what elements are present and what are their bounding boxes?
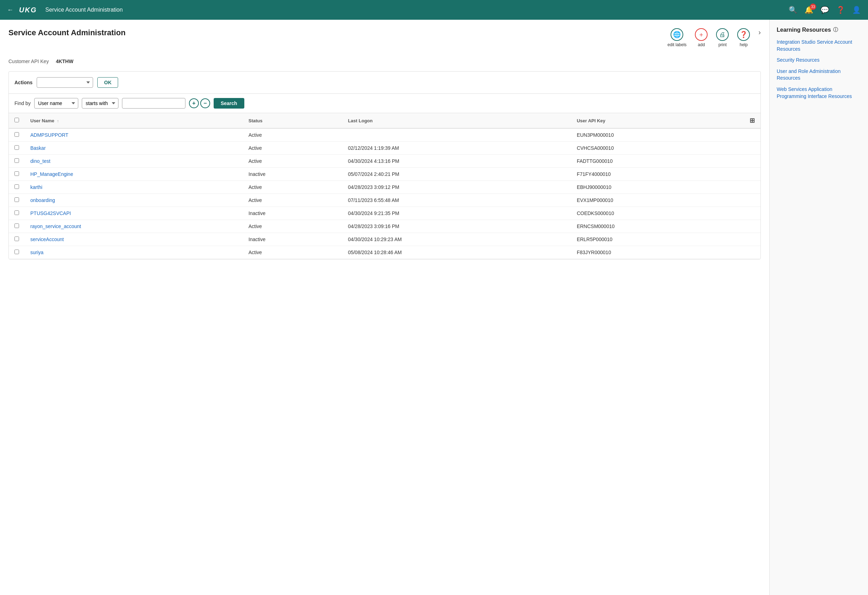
- row-status: Active: [243, 246, 342, 259]
- add-filter-button[interactable]: +: [189, 98, 199, 108]
- findby-label: Find by: [15, 100, 31, 106]
- username-link[interactable]: HP_ManageEngine: [30, 171, 73, 177]
- row-checkbox-cell[interactable]: [9, 181, 25, 194]
- select-all-header: [9, 113, 25, 128]
- remove-filter-button[interactable]: −: [200, 98, 210, 108]
- table-row: serviceAccount Inactive 04/30/2024 10:29…: [9, 233, 760, 246]
- row-checkbox[interactable]: [15, 171, 19, 176]
- row-username[interactable]: dino_test: [25, 155, 243, 168]
- row-user-api-key: FADTTG000010: [571, 155, 744, 168]
- username-link[interactable]: karthi: [30, 185, 42, 190]
- table-row: onboarding Active 07/11/2023 6:55:48 AM …: [9, 194, 760, 207]
- row-username[interactable]: rayon_service_account: [25, 220, 243, 233]
- table-row: suriya Active 05/08/2024 10:28:46 AM F83…: [9, 246, 760, 259]
- row-checkbox[interactable]: [15, 158, 19, 163]
- sidebar-link[interactable]: User and Role Administration Resources: [777, 68, 861, 82]
- row-checkbox-cell[interactable]: [9, 207, 25, 220]
- row-status: Active: [243, 194, 342, 207]
- notification-icon[interactable]: 🔔 33: [805, 6, 813, 14]
- more-button[interactable]: ›: [758, 28, 761, 36]
- username-link[interactable]: suriya: [30, 250, 43, 255]
- column-settings-icon[interactable]: ⊞: [744, 113, 760, 128]
- help-toolbar-button[interactable]: ❓ help: [737, 28, 750, 47]
- username-link[interactable]: rayon_service_account: [30, 223, 81, 229]
- actions-select[interactable]: [37, 77, 93, 88]
- row-last-logon: 05/08/2024 10:28:46 AM: [342, 246, 571, 259]
- sidebar-link[interactable]: Integration Studio Service Account Resou…: [777, 39, 861, 53]
- row-checkbox-cell[interactable]: [9, 220, 25, 233]
- findby-search-input[interactable]: [122, 98, 186, 109]
- row-username[interactable]: onboarding: [25, 194, 243, 207]
- row-checkbox-cell[interactable]: [9, 128, 25, 142]
- customer-api-key-label: Customer API Key: [9, 59, 49, 64]
- main-layout: Service Account Administration 🌐 edit la…: [0, 20, 868, 595]
- row-last-logon: 05/07/2024 2:40:21 PM: [342, 168, 571, 181]
- table-row: HP_ManageEngine Inactive 05/07/2024 2:40…: [9, 168, 760, 181]
- username-link[interactable]: serviceAccount: [30, 236, 64, 242]
- row-checkbox[interactable]: [15, 185, 19, 189]
- sidebar-link[interactable]: Web Services Application Programming Int…: [777, 86, 861, 100]
- username-link[interactable]: onboarding: [30, 197, 55, 203]
- row-checkbox[interactable]: [15, 223, 19, 228]
- back-button[interactable]: ←: [7, 6, 13, 14]
- row-user-api-key: CVHCSA000010: [571, 142, 744, 155]
- main-panel: Actions OK Find by User name Status User…: [9, 71, 761, 260]
- row-checkbox-cell[interactable]: [9, 194, 25, 207]
- row-checkbox-cell[interactable]: [9, 142, 25, 155]
- row-checkbox-cell[interactable]: [9, 155, 25, 168]
- row-checkbox-cell[interactable]: [9, 246, 25, 259]
- row-username[interactable]: serviceAccount: [25, 233, 243, 246]
- last-logon-column-header: Last Logon: [342, 113, 571, 128]
- row-status: Active: [243, 128, 342, 142]
- row-username[interactable]: PTUSG42SVCAPI: [25, 207, 243, 220]
- select-all-checkbox[interactable]: [15, 118, 19, 122]
- row-checkbox[interactable]: [15, 210, 19, 215]
- user-api-key-column-header: User API Key: [571, 113, 744, 128]
- status-column-header: Status: [243, 113, 342, 128]
- findby-condition-select[interactable]: starts with contains equals: [82, 98, 118, 109]
- notification-badge: 33: [810, 3, 816, 10]
- row-checkbox[interactable]: [15, 197, 19, 202]
- table-row: Baskar Active 02/12/2024 1:19:39 AM CVHC…: [9, 142, 760, 155]
- search-button[interactable]: Search: [214, 98, 244, 109]
- add-button[interactable]: ＋ add: [695, 28, 708, 47]
- username-column-header[interactable]: User Name ↑: [25, 113, 243, 128]
- print-button[interactable]: 🖨 print: [716, 28, 729, 47]
- sidebar-links: Integration Studio Service Account Resou…: [777, 39, 861, 100]
- row-user-api-key: ERLR5P000010: [571, 233, 744, 246]
- username-link[interactable]: PTUSG42SVCAPI: [30, 210, 71, 216]
- row-username[interactable]: Baskar: [25, 142, 243, 155]
- nav-page-title: Service Account Administration: [45, 7, 123, 13]
- row-username[interactable]: HP_ManageEngine: [25, 168, 243, 181]
- row-last-logon: 04/30/2024 4:13:16 PM: [342, 155, 571, 168]
- sidebar-link[interactable]: Security Resources: [777, 57, 861, 64]
- table-row: karthi Active 04/28/2023 3:09:12 PM EBHJ…: [9, 181, 760, 194]
- customer-api-key-value: 4KTHW: [56, 59, 73, 64]
- info-icon[interactable]: ⓘ: [833, 27, 838, 33]
- row-user-api-key: COEDKS000010: [571, 207, 744, 220]
- row-checkbox[interactable]: [15, 145, 19, 150]
- row-checkbox-cell[interactable]: [9, 233, 25, 246]
- search-icon[interactable]: 🔍: [789, 6, 797, 14]
- ok-button[interactable]: OK: [97, 77, 118, 88]
- help-icon[interactable]: ❓: [836, 6, 845, 14]
- row-checkbox[interactable]: [15, 132, 19, 137]
- user-icon[interactable]: 👤: [852, 6, 861, 14]
- more-icon: ›: [758, 28, 761, 36]
- findby-field-select[interactable]: User name Status User API Key: [34, 98, 78, 109]
- table-row: dino_test Active 04/30/2024 4:13:16 PM F…: [9, 155, 760, 168]
- row-checkbox[interactable]: [15, 236, 19, 241]
- messages-icon[interactable]: 💬: [821, 6, 829, 14]
- username-link[interactable]: dino_test: [30, 158, 50, 164]
- row-user-api-key: ERNCSM000010: [571, 220, 744, 233]
- row-checkbox[interactable]: [15, 250, 19, 254]
- edit-labels-button[interactable]: 🌐 edit labels: [667, 28, 686, 47]
- username-link[interactable]: Baskar: [30, 145, 46, 151]
- row-last-logon: 04/30/2024 10:29:23 AM: [342, 233, 571, 246]
- row-username[interactable]: karthi: [25, 181, 243, 194]
- row-user-api-key: F71FY4000010: [571, 168, 744, 181]
- row-checkbox-cell[interactable]: [9, 168, 25, 181]
- row-username[interactable]: ADMPSUPPORT: [25, 128, 243, 142]
- username-link[interactable]: ADMPSUPPORT: [30, 132, 68, 138]
- row-username[interactable]: suriya: [25, 246, 243, 259]
